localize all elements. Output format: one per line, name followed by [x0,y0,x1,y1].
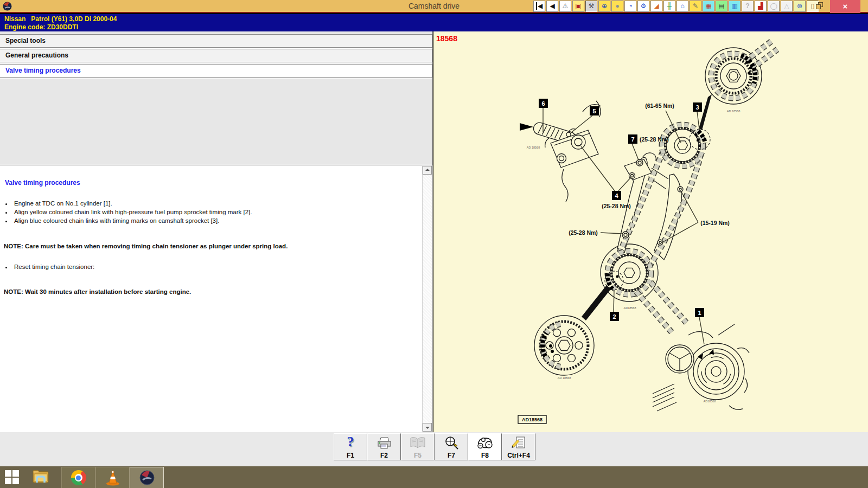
titlebar: Camshaft drive ◀ ◀ ⚠ ▣ ⚒ ⊕ ● ◔ ⚙ ◢ ╫ ⌂ ✎… [0,0,868,13]
svg-text:5: 5 [592,108,596,114]
engine-icon: ⊛ [797,2,802,10]
first-page-button[interactable]: ◀ [533,1,545,12]
print-fkey-button[interactable]: F2 [367,433,401,460]
pump-sprocket-inset: AD 18568 [534,285,611,380]
hazard-icon: △ [784,2,789,10]
list-item: Engine at TDC on No.1 cylinder [1]. [12,199,416,208]
warning-button[interactable]: ⚠ [559,1,571,12]
manuals-button[interactable]: ▥ [729,1,741,12]
help-vehicle-button[interactable]: ? [742,1,754,12]
diagnostic-tester-button[interactable]: ▣ [572,1,584,12]
svg-text:(61-65 Nm): (61-65 Nm) [645,102,674,109]
mouse-icon: ● [615,2,619,10]
garage-button[interactable]: ⌂ [676,1,688,12]
content-scrollbar[interactable] [422,166,432,432]
bulbs-button[interactable]: ◯ [768,1,780,12]
contents-fkey-button[interactable]: F5 [401,433,435,460]
chrome-taskbar-button[interactable] [61,467,95,488]
drive-belt-icon [476,435,494,451]
technical-data-icon: ⊕ [602,2,607,10]
svg-text:(25-28 Nm): (25-28 Nm) [569,229,598,236]
magnifier-icon [443,435,459,451]
garage-icon: ⌂ [680,2,684,10]
function-key-toolbar: ? F1 F2 F5 F7 [0,432,868,466]
till-icon: ▦ [705,2,711,10]
ramp-button[interactable]: ◢ [650,1,662,12]
back-button[interactable]: ◀ [546,1,558,12]
bulb-icon: ◯ [770,2,777,10]
procedures-panel: Special tools General precautions Valve … [0,31,433,432]
svg-text:4: 4 [615,192,618,199]
service-times-button[interactable]: ◔ [624,1,636,12]
back-icon: ◀ [550,2,554,10]
chrome-icon [71,470,86,485]
file-explorer-button[interactable] [31,468,54,486]
svg-text:(25-28 Nm): (25-28 Nm) [602,203,631,209]
hoist-button[interactable]: ⚙ [637,1,649,12]
interior-button[interactable]: ▟ [755,1,767,12]
vlc-icon [105,470,121,486]
warning-icon: ⚠ [563,2,569,10]
accordion-valve-timing[interactable]: Valve timing procedures [0,64,432,78]
switch-icon: ▯ [811,2,815,10]
spray-gun-icon: ✎ [693,2,698,10]
svg-text:2: 2 [612,313,616,320]
printer-icon: ▤ [718,2,724,10]
edit-document-icon [510,435,527,451]
procedure-content: Valve timing procedures Engine at TDC on… [0,165,433,433]
workshop-app-icon [139,470,155,486]
print-manager-button[interactable]: ▤ [716,1,727,12]
notes-fkey-button[interactable]: Ctrl+F4 [502,433,535,460]
list-item: Reset timing chain tensioner: [12,262,416,271]
first-page-icon: ◀ [536,2,542,10]
figure-number: 18568 [436,34,457,43]
service-tools-button[interactable]: ⚒ [585,1,597,12]
vehicle-header: Nissan Patrol (Y61) 3,0D Di 2000-04 Engi… [0,14,868,31]
estimates-button[interactable]: ▦ [703,1,714,12]
crank-pulley-inset: AD18568 [653,324,749,411]
svg-text:7: 7 [631,136,634,143]
svg-text:AD 18568: AD 18568 [558,376,571,380]
belt-diagram-fkey-button[interactable]: F8 [468,433,502,460]
help-icon: ? [347,434,354,450]
camshaft-drive-diagram: 18568 AD1 [433,31,868,432]
svg-text:6: 6 [541,100,545,107]
zoom-fkey-button[interactable]: F7 [435,433,468,460]
taskbar: ▲ 15:52 21.01.2019 [0,466,868,488]
technical-data-button[interactable]: ⊕ [598,1,610,12]
chain-tensioner: AD 18568 [520,101,601,202]
restore-window-button[interactable] [815,2,826,11]
diagnostic-tester-icon: ▣ [575,2,581,10]
workshop-app-taskbar-button[interactable] [130,467,164,488]
hazards-button[interactable]: △ [781,1,793,12]
note-tensioner: NOTE: Care must be taken when removing t… [4,242,416,251]
help-icon: ? [745,2,749,10]
mouse-settings-button[interactable]: ● [611,1,623,12]
scroll-up-button[interactable] [423,166,432,175]
accordion-general-precautions[interactable]: General precautions [0,49,432,62]
close-window-button[interactable]: × [830,0,860,13]
paint-repair-button[interactable]: ✎ [690,1,701,12]
vlc-taskbar-button[interactable] [95,467,130,488]
lift-button[interactable]: ╫ [663,1,675,12]
svg-text:AD 18568: AD 18568 [527,146,540,149]
accordion-special-tools[interactable]: Special tools [0,34,432,48]
engine-management-button[interactable]: ⊛ [794,1,806,12]
svg-text:AD 18568: AD 18568 [727,110,740,113]
note-wait: NOTE: Wait 30 minutes after installation… [4,287,416,296]
scroll-down-button[interactable] [423,423,432,432]
timing-checks-list: Engine at TDC on No.1 cylinder [1]. Alig… [0,199,416,225]
svg-text:AD18568: AD18568 [522,417,542,422]
seat-icon: ▟ [758,2,763,10]
help-fkey-button[interactable]: ? F1 [334,433,367,460]
svg-text:(25-28 Nm): (25-28 Nm) [640,136,669,143]
svg-text:AD18568: AD18568 [624,306,636,310]
figure-ref-box: AD18568 [518,415,546,423]
ramp-icon: ◢ [654,2,659,10]
file-explorer-icon [31,468,50,485]
gauge-icon: ◔ [628,2,632,10]
start-button[interactable] [5,470,21,484]
scroll-up-icon [425,169,430,171]
manual-icon: ▥ [731,2,737,10]
content-heading: Valve timing procedures [5,178,416,187]
